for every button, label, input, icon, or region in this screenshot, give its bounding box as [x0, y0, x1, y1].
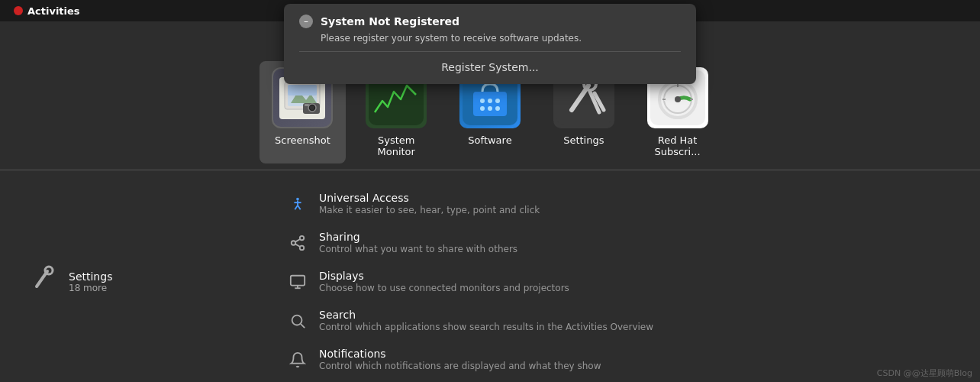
notification-popup: – System Not Registered Please register …: [284, 4, 696, 84]
app-label-software: Software: [468, 134, 511, 146]
settings-item-notifications[interactable]: Notifications Control which notification…: [275, 340, 965, 379]
svg-point-44: [292, 315, 302, 325]
universal-access-icon: [287, 193, 308, 215]
notifications-icon: [287, 349, 308, 371]
universal-access-name: Universal Access: [319, 192, 540, 204]
settings-wrench-icon: [31, 265, 58, 298]
svg-line-35: [298, 205, 301, 209]
right-panel: Universal Access Make it easier to see, …: [275, 184, 965, 379]
sharing-name: Sharing: [319, 231, 517, 243]
search-icon: [287, 310, 308, 332]
activities-label: Activities: [27, 5, 80, 17]
displays-text: Displays Choose how to use connected mon…: [319, 270, 569, 293]
svg-point-11: [480, 99, 485, 103]
sharing-text: Sharing Control what you want to share w…: [319, 231, 517, 254]
app-label-screenshot: Screenshot: [275, 134, 330, 146]
app-label-sysmon: System Monitor: [359, 134, 434, 157]
settings-item-displays[interactable]: Displays Choose how to use connected mon…: [275, 262, 965, 301]
notif-divider: [299, 51, 681, 52]
svg-line-39: [295, 244, 300, 247]
notifications-text: Notifications Control which notification…: [319, 348, 601, 371]
search-name: Search: [319, 309, 653, 321]
svg-rect-7: [305, 104, 309, 106]
universal-access-text: Universal Access Make it easier to see, …: [319, 192, 540, 215]
settings-info: Settings 18 more: [69, 270, 112, 293]
displays-icon: [287, 271, 308, 293]
svg-point-15: [488, 106, 492, 111]
svg-point-31: [296, 197, 299, 200]
search-desc: Control which applications show search r…: [319, 322, 653, 332]
notifications-name: Notifications: [319, 348, 601, 360]
left-panel: Settings 18 more: [15, 184, 275, 379]
settings-name: Settings: [69, 270, 112, 283]
sharing-icon: [287, 232, 308, 254]
bottom-section: Settings 18 more Universal Access Make i…: [0, 176, 980, 382]
svg-point-38: [300, 245, 305, 250]
svg-point-36: [300, 235, 305, 240]
svg-point-30: [45, 267, 53, 274]
svg-point-13: [495, 99, 500, 103]
svg-line-40: [295, 238, 300, 241]
activities-dot: [14, 6, 23, 15]
notif-action[interactable]: Register System...: [299, 58, 681, 76]
settings-more: 18 more: [69, 283, 112, 293]
displays-name: Displays: [319, 270, 569, 282]
watermark: CSDN @@达星顾萌Blog: [877, 367, 972, 379]
svg-point-14: [480, 106, 485, 111]
app-label-redhat: Red Hat Subscri...: [640, 134, 714, 157]
displays-desc: Choose how to use connected monitors and…: [319, 283, 569, 293]
svg-rect-41: [291, 275, 305, 285]
notif-title: System Not Registered: [321, 15, 459, 28]
notifications-desc: Control which notifications are displaye…: [319, 361, 601, 371]
svg-line-45: [301, 324, 305, 328]
svg-point-16: [495, 106, 500, 111]
svg-point-37: [292, 241, 296, 245]
settings-item-universal-access[interactable]: Universal Access Make it easier to see, …: [275, 184, 965, 223]
sharing-desc: Control what you want to share with othe…: [319, 244, 517, 254]
notif-icon: –: [299, 15, 313, 28]
activities-button[interactable]: Activities: [9, 4, 85, 18]
svg-point-25: [675, 96, 681, 102]
settings-item-sharing[interactable]: Sharing Control what you want to share w…: [275, 223, 965, 262]
section-divider: [0, 170, 980, 170]
notif-body: Please register your system to receive s…: [321, 33, 681, 44]
svg-rect-3: [288, 85, 317, 96]
settings-item-search[interactable]: Search Control which applications show s…: [275, 301, 965, 340]
svg-point-12: [488, 99, 492, 103]
app-label-settings: Settings: [563, 134, 604, 146]
search-text: Search Control which applications show s…: [319, 309, 653, 332]
svg-point-6: [310, 105, 314, 110]
universal-access-desc: Make it easier to see, hear, type, point…: [319, 205, 540, 215]
svg-rect-10: [473, 92, 507, 116]
